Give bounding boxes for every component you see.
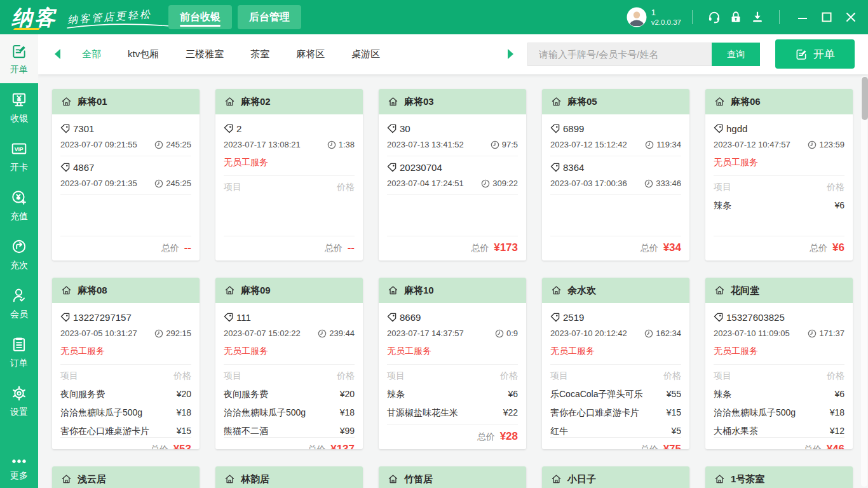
hand-tag-icon	[60, 163, 70, 172]
category-scroll-left-icon[interactable]	[53, 48, 61, 60]
minimize-button[interactable]	[790, 6, 815, 28]
item-price: ¥20	[177, 389, 191, 400]
room-card[interactable]: 麻将0222023-07-17 13:08:211:38无员工服务项目价格总价-…	[215, 89, 363, 261]
sidebar-item-open-order[interactable]: 开单	[0, 34, 38, 83]
room-card[interactable]: 麻将03302023-07-13 13:41:5297:520230704202…	[379, 89, 526, 261]
items-header-name: 项目	[387, 370, 405, 382]
room-card[interactable]: 竹笛居	[379, 466, 526, 488]
order-item: 洽洽焦糖味瓜子500g¥18	[714, 407, 844, 419]
sidebar-item-label: 订单	[10, 358, 28, 369]
room-card[interactable]: 小日子	[542, 466, 689, 488]
room-card[interactable]: 浅云居	[52, 466, 200, 488]
total-label: 总价	[641, 444, 658, 449]
room-card-header: 竹笛居	[379, 466, 526, 488]
search-button[interactable]: 查询	[712, 43, 760, 66]
item-name: 夜间服务费	[60, 389, 105, 400]
hand-tag-number: 111	[236, 312, 251, 323]
divider	[387, 194, 518, 195]
category-all[interactable]: 全部	[69, 48, 114, 60]
card-footer: 总价--	[224, 236, 355, 254]
order-item: 害你在心口难桌游卡片¥15	[60, 426, 191, 437]
items-header-price: 价格	[827, 182, 844, 193]
room-card[interactable]: 麻将1086692023-07-17 14:37:570:9无员工服务项目价格辣…	[379, 278, 526, 449]
lock-screen-icon[interactable]	[725, 6, 747, 28]
order-item: 辣条¥6	[714, 200, 844, 212]
sidebar-item-recharge[interactable]: 充值	[0, 181, 38, 230]
category-boardgame-area[interactable]: 桌游区	[338, 48, 393, 60]
sidebar-item-recharge-times[interactable]: 充次	[0, 230, 38, 279]
room-card[interactable]: 林韵居	[215, 466, 363, 488]
room-name: 浅云居	[78, 473, 106, 485]
sidebar-item-open-card[interactable]: VIP 开卡	[0, 132, 38, 181]
tab-back-management[interactable]: 后台管理	[238, 5, 301, 29]
session-tag-row: 8364	[550, 160, 681, 174]
room-card-header: 1号茶室	[705, 466, 853, 488]
clock-icon	[154, 329, 163, 338]
items-header-price: 价格	[337, 370, 355, 382]
maximize-button[interactable]	[815, 6, 839, 28]
item-name: 辣条	[714, 389, 731, 400]
item-name: 洽洽焦糖味瓜子500g	[60, 407, 142, 419]
sidebar-item-cashier[interactable]: 收银	[0, 83, 38, 132]
orders-icon	[11, 336, 27, 355]
session: 302023-07-13 13:41:5297:5	[387, 118, 518, 151]
duration: 245:25	[154, 179, 191, 188]
items-header-name: 项目	[714, 182, 731, 193]
start-time: 2023-07-12 15:12:42	[550, 140, 627, 149]
total-value: ¥173	[494, 241, 518, 254]
items-header-name: 项目	[714, 370, 731, 382]
session-tag-row: 6899	[550, 121, 681, 135]
tab-front-cashier[interactable]: 前台收银	[168, 5, 232, 29]
card-footer: 总价--	[60, 236, 191, 254]
house-icon	[61, 285, 72, 295]
total-label: 总价	[151, 444, 168, 449]
recharge-times-icon	[11, 238, 27, 257]
session-time-row: 2023-07-10 20:12:42162:34	[550, 329, 681, 338]
item-name: 害你在心口难桌游卡片	[60, 426, 149, 437]
room-card-body: 22023-07-17 13:08:211:38无员工服务项目价格总价--	[215, 114, 363, 261]
open-order-button[interactable]: 开单	[775, 39, 855, 69]
divider	[550, 364, 681, 365]
total-value: ¥28	[500, 430, 518, 443]
total-value: --	[348, 241, 355, 254]
room-card-grid: 麻将0173012023-07-07 09:21:55245:254867202…	[38, 74, 868, 488]
session-time-row: 2023-07-12 10:47:57123:59	[714, 140, 844, 149]
items-header: 项目价格	[714, 370, 844, 382]
hand-tag-number: 8669	[400, 312, 421, 323]
close-button[interactable]	[839, 6, 863, 28]
card-footer: 总价¥75	[550, 437, 681, 449]
items-header: 项目价格	[714, 182, 844, 193]
user-block[interactable]: 1 v2.0.0.37	[627, 7, 681, 27]
room-card-header: 麻将02	[215, 89, 363, 114]
customer-service-icon[interactable]	[703, 6, 725, 28]
room-card[interactable]: 1号茶室	[705, 466, 853, 488]
room-name: 麻将01	[78, 96, 107, 108]
clock-icon	[495, 329, 504, 338]
sidebar-item-orders[interactable]: 订单	[0, 328, 38, 377]
category-ktv-rooms[interactable]: ktv包厢	[114, 48, 172, 60]
room-card[interactable]: 麻将0173012023-07-07 09:21:55245:254867202…	[52, 89, 200, 261]
sidebar-item-settings[interactable]: 设置	[0, 377, 38, 426]
category-third-floor[interactable]: 三楼雅室	[172, 48, 237, 60]
room-card[interactable]: 麻将0568992023-07-12 15:12:42119:348364202…	[542, 89, 689, 261]
category-mahjong-area[interactable]: 麻将区	[283, 48, 338, 60]
tab-back-management-label: 后台管理	[249, 11, 290, 24]
card-footer: 总价¥53	[60, 437, 191, 449]
sidebar-item-member[interactable]: 会员	[0, 279, 38, 328]
scrollbar-thumb[interactable]	[862, 77, 868, 120]
category-scroll-right-icon[interactable]	[507, 48, 515, 60]
sidebar-item-label: 收银	[10, 113, 28, 125]
card-footer: 总价¥28	[387, 424, 518, 443]
room-card[interactable]: 麻将091112023-07-07 15:02:22239:44无员工服务项目价…	[215, 278, 363, 449]
sidebar-item-more[interactable]: 更多	[0, 450, 38, 488]
download-icon[interactable]	[747, 6, 768, 28]
room-card[interactable]: 麻将06hgdd2023-07-12 10:47:57123:59无员工服务项目…	[705, 89, 853, 261]
room-card[interactable]: 余水欢25192023-07-10 20:12:42162:34无员工服务项目价…	[542, 278, 689, 449]
room-card[interactable]: 花间堂153276038252023-07-10 11:09:05171:37无…	[705, 278, 853, 449]
category-tea-room[interactable]: 茶室	[237, 48, 283, 60]
room-name: 麻将08	[78, 285, 107, 297]
house-icon	[551, 474, 562, 484]
room-card[interactable]: 麻将08132272971572023-07-05 10:31:27292:15…	[52, 278, 200, 449]
search-input[interactable]	[527, 43, 712, 66]
total-label: 总价	[477, 431, 495, 443]
